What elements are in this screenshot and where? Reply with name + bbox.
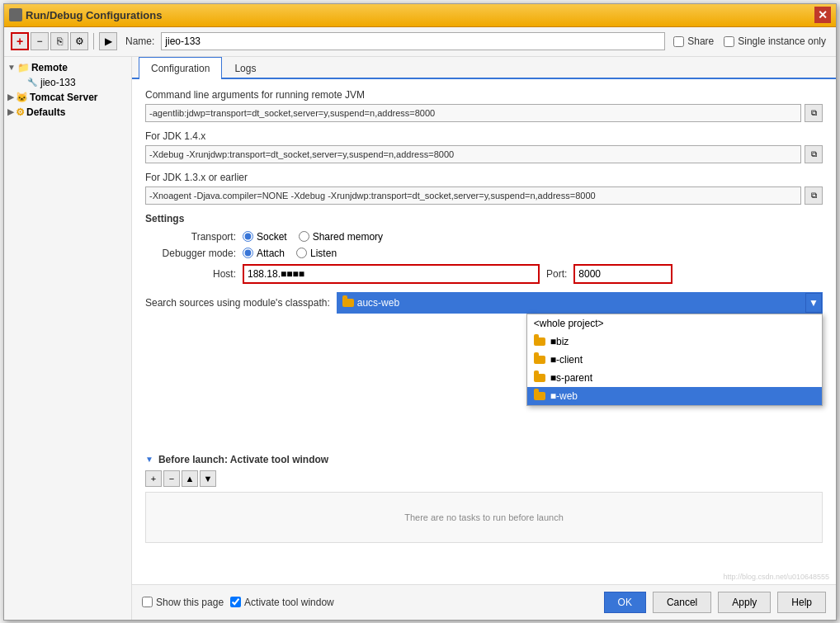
debugger-listen-text: Listen — [310, 248, 337, 259]
module-select-display[interactable]: aucs-web ▼ — [337, 292, 823, 314]
main-content: ▼ 📁 Remote 🔧 jieo-133 ▶ 🐱 Tomcat Server … — [4, 57, 836, 620]
debugger-row: Debugger mode: Attach Listen — [145, 248, 823, 259]
show-page-text: Show this page — [156, 597, 224, 608]
remove-button[interactable]: − — [31, 32, 49, 50]
tree-expand-icon: ▶ — [7, 92, 14, 101]
run-debug-dialog: Run/Debug Configurations ✕ + − ⎘ ⚙ ▶ Nam… — [3, 3, 837, 621]
parent-folder-icon — [534, 374, 545, 382]
debugger-listen-radio[interactable] — [296, 248, 307, 258]
debugger-listen-label[interactable]: Listen — [296, 248, 337, 259]
transport-socket-text: Socket — [257, 231, 287, 243]
settings-title: Settings — [145, 213, 823, 224]
share-checkbox[interactable] — [673, 36, 684, 47]
share-area: Share Single instance only — [673, 35, 829, 47]
debugger-attach-label[interactable]: Attach — [243, 248, 285, 259]
show-page-checkbox[interactable] — [142, 597, 153, 607]
cmd-input[interactable] — [145, 104, 801, 122]
remote-folder-icon: 📁 — [17, 62, 30, 73]
dropdown-item-biz[interactable]: ■biz — [527, 333, 822, 351]
jdk13-input-row: ⧉ — [145, 186, 823, 205]
dropdown-item-parent[interactable]: ■s-parent — [527, 369, 822, 387]
sidebar-group-tomcat[interactable]: ▶ 🐱 Tomcat Server — [4, 90, 131, 105]
sidebar-group-remote[interactable]: ▼ 📁 Remote — [4, 60, 131, 75]
settings-button[interactable]: ⚙ — [70, 32, 88, 50]
before-launch-collapse[interactable]: ▼ — [145, 455, 153, 464]
transport-sharedmem-radio[interactable] — [299, 231, 309, 242]
transport-socket-label[interactable]: Socket — [243, 231, 287, 243]
single-instance-checkbox[interactable] — [724, 36, 734, 47]
transport-row: Transport: Socket Shared memory — [145, 231, 823, 243]
port-label: Port: — [546, 268, 567, 280]
no-tasks-area: ▼ Before launch: Activate tool window + … — [145, 454, 823, 543]
ok-button[interactable]: OK — [604, 592, 646, 613]
add-button[interactable]: + — [11, 32, 29, 50]
toolbar-separator — [93, 33, 94, 50]
sidebar-group-defaults[interactable]: ▶ ⚙ Defaults — [4, 105, 131, 120]
host-input[interactable] — [243, 264, 540, 284]
dropdown-item-whole-project[interactable]: <whole project> — [527, 314, 822, 333]
activate-checkbox[interactable] — [230, 597, 241, 607]
apply-button[interactable]: Apply — [718, 592, 771, 613]
before-launch-label: Before launch: Activate tool window — [158, 454, 328, 465]
before-launch-toolbar: + − ▲ ▼ — [145, 470, 823, 487]
sidebar: ▼ 📁 Remote 🔧 jieo-133 ▶ 🐱 Tomcat Server … — [4, 57, 132, 620]
tab-logs-label: Logs — [234, 63, 256, 74]
copy-button[interactable]: ⎘ — [50, 32, 68, 50]
sidebar-item-jieo[interactable]: 🔧 jieo-133 — [21, 75, 131, 90]
transport-socket-radio[interactable] — [243, 231, 253, 242]
expand-button[interactable]: ▶ — [99, 32, 117, 50]
tab-logs[interactable]: Logs — [222, 57, 268, 79]
name-row: Name: — [119, 32, 672, 50]
sidebar-group-defaults-label: Defaults — [26, 106, 65, 118]
single-instance-checkbox-label[interactable]: Single instance only — [724, 35, 826, 47]
before-launch-section: ▼ Before launch: Activate tool window + … — [145, 454, 823, 543]
no-tasks-text: There are no tasks to run before launch — [153, 499, 815, 536]
cmd-input-row: ⧉ — [145, 104, 823, 122]
tab-configuration[interactable]: Configuration — [139, 57, 222, 79]
biz-folder-icon — [534, 337, 545, 346]
module-dropdown-list: <whole project> ■biz ■-client — [526, 314, 823, 406]
before-launch-remove-btn[interactable]: − — [163, 470, 180, 487]
jdk14-input-row: ⧉ — [145, 145, 823, 163]
watermark: http://blog.csdn.net/u010648555 — [723, 573, 829, 581]
cmd-copy-button[interactable]: ⧉ — [805, 104, 823, 122]
before-launch-up-btn[interactable]: ▲ — [182, 470, 198, 487]
defaults-icon: ⚙ — [16, 106, 25, 118]
transport-sharedmem-text: Shared memory — [313, 231, 383, 243]
cancel-button[interactable]: Cancel — [653, 592, 711, 613]
client-text: ■-client — [550, 354, 583, 366]
jdk13-input[interactable] — [145, 186, 801, 205]
right-panel: Configuration Logs Command line argument… — [132, 57, 836, 620]
defaults-tree-icon: ▶ — [7, 107, 14, 116]
share-checkbox-label[interactable]: Share — [673, 35, 714, 47]
web-text: ■-web — [550, 390, 578, 402]
dropdown-item-web[interactable]: ■-web — [527, 387, 822, 405]
name-input[interactable] — [161, 32, 665, 50]
module-folder-icon — [342, 299, 354, 307]
sidebar-group-tomcat-label: Tomcat Server — [30, 92, 97, 103]
help-button[interactable]: Help — [777, 592, 826, 613]
show-page-label[interactable]: Show this page — [142, 597, 224, 608]
activate-text: Activate tool window — [244, 597, 334, 608]
settings-section: Settings Transport: Socket Shared memory — [145, 213, 823, 284]
activate-label[interactable]: Activate tool window — [230, 597, 334, 608]
app-icon — [9, 8, 22, 21]
jdk14-copy-button[interactable]: ⧉ — [805, 145, 823, 163]
module-selected-text: aucs-web — [357, 297, 399, 309]
before-launch-down-btn[interactable]: ▼ — [200, 470, 216, 487]
sidebar-group-remote-label: Remote — [31, 62, 68, 73]
close-button[interactable]: ✕ — [814, 7, 831, 23]
port-input[interactable] — [573, 264, 672, 284]
module-dropdown-arrow[interactable]: ▼ — [805, 293, 822, 313]
transport-label: Transport: — [145, 231, 236, 243]
module-label: Search sources using module's classpath: — [145, 297, 330, 309]
debugger-attach-radio[interactable] — [243, 248, 253, 258]
before-launch-add-btn[interactable]: + — [145, 470, 162, 487]
panel-content: Command line arguments for running remot… — [132, 79, 836, 584]
sidebar-item-jieo-label: jieo-133 — [40, 77, 76, 88]
jdk13-copy-button[interactable]: ⧉ — [805, 186, 823, 205]
dropdown-item-client[interactable]: ■-client — [527, 351, 822, 369]
tomcat-folder-icon: 🐱 — [16, 92, 28, 103]
jdk14-input[interactable] — [145, 145, 801, 163]
transport-sharedmem-label[interactable]: Shared memory — [299, 231, 383, 243]
